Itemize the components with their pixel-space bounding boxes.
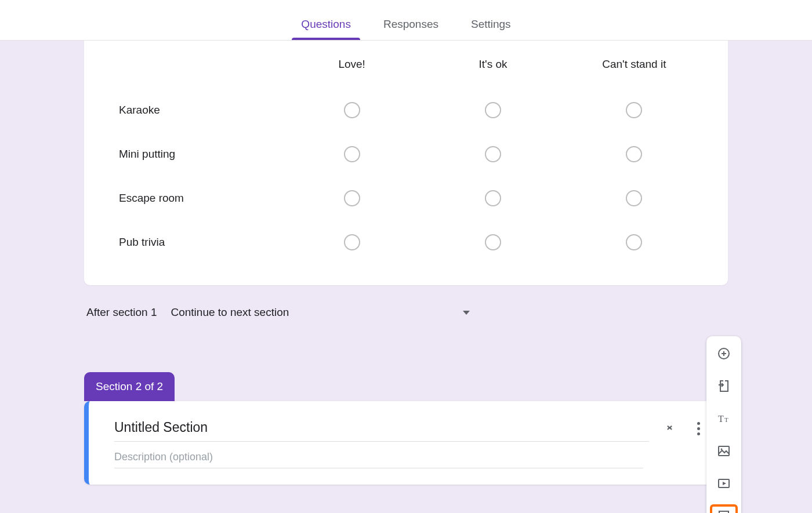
import-questions-button[interactable] [711, 376, 737, 396]
after-section-dropdown[interactable]: Continue to next section [171, 306, 470, 319]
after-section-label: After section 1 [86, 306, 157, 319]
caret-down-icon [463, 311, 470, 315]
image-icon [717, 444, 731, 458]
floating-toolbar: TT [706, 336, 741, 513]
section-title-input[interactable] [114, 415, 649, 442]
add-title-button[interactable]: TT [711, 408, 737, 429]
svg-marker-8 [723, 482, 726, 485]
grid-row-label: Mini putting [119, 134, 281, 174]
section-card[interactable]: ⌄⌃ [84, 401, 728, 485]
radio-option[interactable] [485, 102, 501, 118]
svg-rect-5 [719, 446, 729, 456]
add-video-button[interactable] [711, 473, 737, 494]
add-question-button[interactable] [711, 343, 737, 364]
radio-option[interactable] [626, 102, 642, 118]
section-overflow-button[interactable] [690, 420, 707, 437]
import-icon [717, 379, 731, 393]
more-vert-icon [697, 422, 700, 435]
svg-point-6 [721, 449, 723, 450]
add-section-button[interactable] [711, 505, 737, 513]
tab-questions[interactable]: Questions [296, 18, 356, 40]
add-image-button[interactable] [711, 441, 737, 461]
svg-text:T: T [724, 416, 728, 423]
collapse-section-button[interactable]: ⌄⌃ [661, 420, 678, 437]
svg-text:T: T [718, 414, 724, 424]
radio-option[interactable] [485, 234, 501, 250]
section-icon [717, 509, 731, 513]
video-icon [717, 476, 731, 490]
radio-option[interactable] [344, 102, 360, 118]
section-description-input[interactable] [114, 442, 643, 468]
collapse-icon: ⌄⌃ [665, 422, 674, 435]
after-section-row: After section 1 Continue to next section [84, 306, 728, 319]
grid-row-label: Karaoke [119, 90, 281, 130]
grid-row-label: Escape room [119, 178, 281, 219]
text-icon: TT [717, 412, 731, 425]
after-section-action: Continue to next section [171, 306, 289, 319]
radio-option[interactable] [485, 146, 501, 162]
plus-circle-icon [717, 347, 731, 361]
grid-column-header: It's ok [422, 58, 563, 88]
grid-row-label: Pub trivia [119, 222, 281, 263]
radio-option[interactable] [344, 190, 360, 206]
multiple-choice-grid-card: Love! It's ok Can't stand it Karaoke Min… [84, 41, 728, 285]
radio-option[interactable] [344, 146, 360, 162]
radio-option[interactable] [626, 146, 642, 162]
radio-option[interactable] [485, 190, 501, 206]
radio-option[interactable] [344, 234, 360, 250]
radio-option[interactable] [626, 234, 642, 250]
tab-bar: Questions Responses Settings [0, 0, 812, 41]
section-chip: Section 2 of 2 [84, 372, 175, 401]
grid-column-header: Love! [281, 58, 422, 88]
grid-column-header: Can't stand it [564, 58, 705, 88]
tab-settings[interactable]: Settings [466, 18, 516, 40]
tab-responses[interactable]: Responses [379, 18, 443, 40]
radio-option[interactable] [626, 190, 642, 206]
